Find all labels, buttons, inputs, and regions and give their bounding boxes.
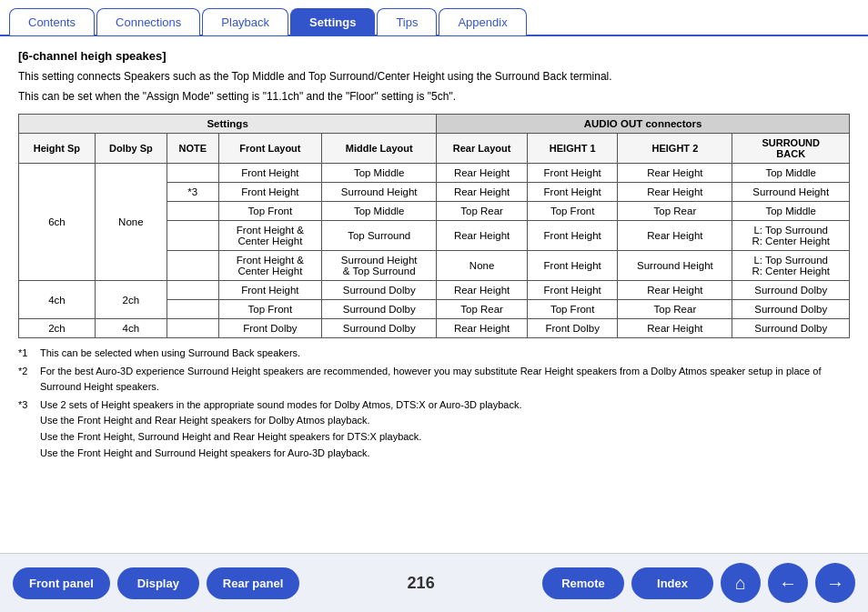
section-title: [6-channel heigh speakes] [18, 49, 850, 63]
section-desc2: This can be set when the "Assign Mode" s… [18, 88, 850, 105]
cell-front-layout: Top Front [218, 202, 322, 221]
audio-group-header: AUDIO OUT connectors [437, 115, 850, 134]
section-desc1: This setting connects Speakers such as t… [18, 68, 850, 85]
forward-icon-btn[interactable]: → [815, 563, 855, 603]
cell-dolby-sp: 2ch [95, 281, 167, 319]
cell-surround-back: Top Middle [732, 202, 850, 221]
cell-middle-layout: Top Middle [322, 202, 437, 221]
cell-front-layout: Front Height & Center Height [218, 251, 322, 281]
tab-appendix[interactable]: Appendix [439, 8, 526, 35]
cell-note [167, 281, 218, 300]
cell-surround-back: Surround Dolby [732, 281, 850, 300]
cell-height2: Rear Height [618, 183, 732, 202]
col-front-layout: Front Layout [218, 134, 322, 164]
cell-front-layout: Front Height [218, 183, 322, 202]
cell-surround-back: Surround Dolby [732, 300, 850, 319]
tab-playback[interactable]: Playback [202, 8, 288, 35]
col-height1: HEIGHT 1 [527, 134, 617, 164]
cell-height2: Rear Height [618, 281, 732, 300]
col-height2: HEIGHT 2 [618, 134, 732, 164]
tab-contents[interactable]: Contents [9, 8, 95, 35]
footnote-item: *1This can be selected when using Surrou… [18, 346, 850, 362]
settings-table: Settings AUDIO OUT connectors Height Sp … [18, 114, 850, 338]
cell-surround-back: L: Top Surround R: Center Height [732, 221, 850, 251]
index-btn[interactable]: Index [631, 567, 713, 599]
back-icon-btn[interactable]: ← [768, 563, 808, 603]
cell-height1: Front Height [527, 281, 617, 300]
cell-surround-back: L: Top Surround R: Center Height [732, 251, 850, 281]
cell-surround-back: Surround Dolby [732, 319, 850, 338]
cell-height1: Front Height [527, 164, 617, 183]
col-surround-back: SURROUNDBACK [732, 134, 850, 164]
cell-height2: Top Rear [618, 202, 732, 221]
cell-note [167, 251, 218, 281]
cell-rear-layout: None [437, 251, 528, 281]
cell-rear-layout: Rear Height [437, 221, 528, 251]
col-height-sp: Height Sp [19, 134, 96, 164]
cell-rear-layout: Rear Height [437, 319, 528, 338]
bottom-nav-right: Remote Index ⌂ ← → [542, 563, 855, 603]
cell-middle-layout: Top Middle [322, 164, 437, 183]
nav-tabs: Contents Connections Playback Settings T… [0, 0, 868, 36]
cell-height1: Front Height [527, 221, 617, 251]
cell-middle-layout: Surround Height & Top Surround [322, 251, 437, 281]
front-panel-btn[interactable]: Front panel [13, 567, 110, 599]
cell-note [167, 319, 218, 338]
footnote-marker: *3 [18, 397, 36, 461]
main-content: [6-channel heigh speakes] This setting c… [0, 36, 868, 472]
tab-settings[interactable]: Settings [290, 8, 375, 35]
cell-front-layout: Front Height [218, 164, 322, 183]
cell-height-sp: 6ch [19, 164, 96, 281]
display-btn[interactable]: Display [117, 567, 199, 599]
table-row: 6chNoneFront HeightTop MiddleRear Height… [19, 164, 850, 183]
cell-rear-layout: Top Rear [437, 300, 528, 319]
cell-height2: Top Rear [618, 300, 732, 319]
cell-height2: Rear Height [618, 221, 732, 251]
footnote-text: This can be selected when using Surround… [40, 346, 300, 362]
footnote-marker: *2 [18, 364, 36, 396]
cell-front-layout: Front Height [218, 281, 322, 300]
cell-rear-layout: Rear Height [437, 183, 528, 202]
cell-middle-layout: Surround Dolby [322, 281, 437, 300]
cell-surround-back: Surround Height [732, 183, 850, 202]
remote-btn[interactable]: Remote [542, 567, 624, 599]
cell-height2: Rear Height [618, 164, 732, 183]
cell-middle-layout: Surround Height [322, 183, 437, 202]
table-row: 4ch2chFront HeightSurround DolbyRear Hei… [19, 281, 850, 300]
footnote-item: *2For the best Auro-3D experience Surrou… [18, 364, 850, 396]
cell-dolby-sp: None [95, 164, 167, 281]
cell-front-layout: Front Height & Center Height [218, 221, 322, 251]
footnote-text: For the best Auro-3D experience Surround… [40, 364, 850, 396]
cell-height1: Top Front [527, 300, 617, 319]
page-number: 216 [408, 574, 435, 593]
cell-dolby-sp: 4ch [95, 319, 167, 338]
cell-height2: Rear Height [618, 319, 732, 338]
cell-middle-layout: Surround Dolby [322, 300, 437, 319]
cell-rear-layout: Rear Height [437, 281, 528, 300]
cell-height1: Top Front [527, 202, 617, 221]
rear-panel-btn[interactable]: Rear panel [207, 567, 299, 599]
col-note: NOTE [167, 134, 218, 164]
col-dolby-sp: Dolby Sp [95, 134, 167, 164]
tab-connections[interactable]: Connections [96, 8, 200, 35]
col-middle-layout: Middle Layout [322, 134, 437, 164]
cell-height-sp: 2ch [19, 319, 96, 338]
footnote-text: Use 2 sets of Height speakers in the app… [40, 397, 521, 461]
cell-note [167, 202, 218, 221]
home-icon-btn[interactable]: ⌂ [721, 563, 761, 603]
cell-middle-layout: Top Surround [322, 221, 437, 251]
col-rear-layout: Rear Layout [437, 134, 528, 164]
bottom-nav-left: Front panel Display Rear panel [13, 567, 299, 599]
bottom-nav: Front panel Display Rear panel 216 Remot… [0, 553, 868, 612]
cell-note: *3 [167, 183, 218, 202]
cell-surround-back: Top Middle [732, 164, 850, 183]
cell-height1: Front Dolby [527, 319, 617, 338]
tab-tips[interactable]: Tips [377, 8, 437, 35]
cell-height2: Surround Height [618, 251, 732, 281]
footnotes: *1This can be selected when using Surrou… [18, 346, 850, 461]
footnote-item: *3Use 2 sets of Height speakers in the a… [18, 397, 850, 461]
cell-rear-layout: Rear Height [437, 164, 528, 183]
cell-height1: Front Height [527, 251, 617, 281]
cell-front-layout: Front Dolby [218, 319, 322, 338]
settings-group-header: Settings [19, 115, 437, 134]
